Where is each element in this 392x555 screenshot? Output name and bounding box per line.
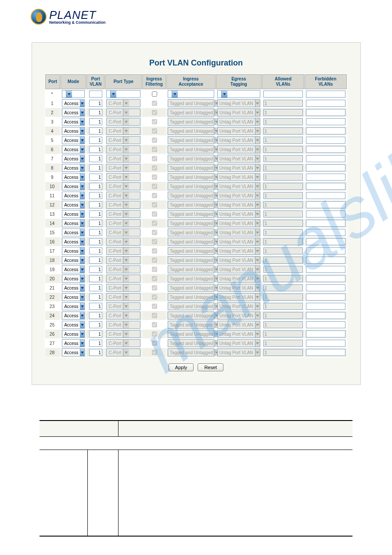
forbidden-vlans-input[interactable] (306, 137, 345, 144)
mode-select[interactable]: Access (62, 127, 85, 135)
forbidden-vlans-input[interactable] (306, 247, 345, 254)
forbidden-vlans-input[interactable] (306, 257, 345, 264)
forbidden-vlans-input[interactable] (306, 155, 345, 162)
chevron-down-icon (255, 174, 260, 181)
forbidden-vlans-input[interactable] (306, 100, 345, 107)
port-vlan-input[interactable] (89, 146, 102, 153)
port-vlan-input[interactable] (89, 229, 102, 236)
port-number: 14 (45, 219, 60, 228)
port-vlan-input[interactable] (89, 266, 102, 273)
mode-select[interactable]: Access (62, 229, 85, 236)
mode-select[interactable]: Access (62, 284, 85, 292)
port-vlan-input[interactable] (89, 312, 102, 319)
forbidden-vlans-input[interactable] (306, 238, 345, 245)
port-vlan-input[interactable] (89, 210, 102, 218)
port-vlan-input[interactable] (89, 257, 102, 264)
mode-select[interactable]: Access (62, 210, 85, 218)
mode-select[interactable]: Access (62, 201, 85, 209)
port-vlan-input[interactable] (89, 174, 102, 181)
port-vlan-input[interactable] (89, 109, 102, 116)
port-vlan-input[interactable] (89, 303, 102, 310)
mode-select[interactable]: Access (62, 145, 85, 153)
egress-tag-select-all[interactable] (217, 90, 260, 98)
forbidden-vlans-input[interactable] (306, 303, 345, 310)
mode-select[interactable]: Access (62, 164, 85, 172)
mode-select[interactable]: Access (62, 192, 85, 200)
mode-select[interactable]: Access (62, 312, 85, 319)
forbidden-vlans-input[interactable] (306, 192, 345, 199)
mode-select[interactable]: Access (62, 321, 85, 329)
forbidden-vlans-input[interactable] (306, 183, 345, 190)
mode-select[interactable]: Access (62, 99, 85, 107)
port-vlan-input[interactable] (89, 192, 102, 199)
forbidden-vlans-input[interactable] (306, 284, 345, 291)
port-vlan-input[interactable] (89, 155, 102, 162)
apply-button[interactable]: Apply (169, 363, 194, 371)
mode-select[interactable]: Access (62, 256, 85, 264)
ingress-accept-select-all[interactable] (168, 90, 214, 98)
forbidden-vlans-input[interactable] (306, 349, 345, 356)
forbidden-vlans-input[interactable] (306, 229, 345, 236)
port-vlan-input[interactable] (89, 247, 102, 254)
forbidden-vlans-input-all[interactable] (306, 91, 345, 98)
mode-select[interactable]: Access (62, 348, 85, 356)
port-vlan-input[interactable] (89, 220, 102, 227)
egress-tag-select: Untag Port VLAN (217, 201, 260, 209)
mode-select[interactable]: Access (62, 155, 85, 163)
mode-select[interactable]: Access (62, 339, 85, 347)
port-vlan-input[interactable] (89, 349, 102, 356)
mode-select[interactable]: Access (62, 238, 85, 246)
mode-select[interactable]: Access (62, 265, 85, 273)
mode-select[interactable]: Access (62, 118, 85, 126)
mode-select[interactable]: Access (62, 136, 85, 144)
port-vlan-input[interactable] (89, 201, 102, 208)
forbidden-vlans-input[interactable] (306, 266, 345, 273)
port-type-select-all[interactable] (106, 90, 140, 98)
port-vlan-input-all[interactable] (89, 91, 102, 98)
port-vlan-input[interactable] (89, 238, 102, 245)
forbidden-vlans-input[interactable] (306, 312, 345, 319)
port-vlan-input[interactable] (89, 321, 102, 328)
ingress-filter-check-all[interactable] (152, 91, 157, 97)
forbidden-vlans-input[interactable] (306, 340, 345, 347)
forbidden-vlans-input[interactable] (306, 220, 345, 227)
forbidden-vlans-input[interactable] (306, 164, 345, 171)
forbidden-vlans-input[interactable] (306, 321, 345, 328)
forbidden-vlans-input[interactable] (306, 330, 345, 337)
forbidden-vlans-input[interactable] (306, 174, 345, 181)
reset-button[interactable]: Reset (198, 363, 223, 371)
mode-select[interactable]: Access (62, 330, 85, 338)
port-vlan-input[interactable] (89, 118, 102, 125)
forbidden-vlans-input[interactable] (306, 127, 345, 134)
forbidden-vlans-input[interactable] (306, 201, 345, 208)
port-vlan-input[interactable] (89, 294, 102, 301)
mode-select[interactable]: Access (62, 219, 85, 227)
port-vlan-input[interactable] (89, 340, 102, 347)
port-vlan-input[interactable] (89, 137, 102, 144)
mode-select[interactable]: Access (62, 109, 85, 116)
ingress-accept-select: Tagged and Untagged (168, 265, 214, 273)
port-vlan-input[interactable] (89, 127, 102, 134)
port-vlan-input[interactable] (89, 100, 102, 107)
mode-select[interactable]: Access (62, 275, 85, 283)
mode-select[interactable]: Access (62, 182, 85, 190)
forbidden-vlans-input[interactable] (306, 146, 345, 153)
mode-select[interactable]: Access (62, 293, 85, 301)
port-vlan-input[interactable] (89, 284, 102, 291)
mode-select[interactable]: Access (62, 173, 85, 181)
port-vlan-input[interactable] (89, 164, 102, 171)
chevron-down-icon (123, 192, 129, 199)
mode-select[interactable]: Access (62, 302, 85, 310)
forbidden-vlans-input[interactable] (306, 294, 345, 301)
forbidden-vlans-input[interactable] (306, 118, 345, 125)
forbidden-vlans-input[interactable] (306, 210, 345, 218)
chevron-down-icon (255, 330, 260, 337)
mode-select-all[interactable] (62, 90, 85, 98)
port-vlan-input[interactable] (89, 330, 102, 337)
port-vlan-input[interactable] (89, 275, 102, 282)
forbidden-vlans-input[interactable] (306, 275, 345, 282)
port-vlan-input[interactable] (89, 183, 102, 190)
mode-select[interactable]: Access (62, 247, 85, 255)
allowed-vlans-input-all[interactable] (263, 91, 303, 98)
forbidden-vlans-input[interactable] (306, 109, 345, 116)
